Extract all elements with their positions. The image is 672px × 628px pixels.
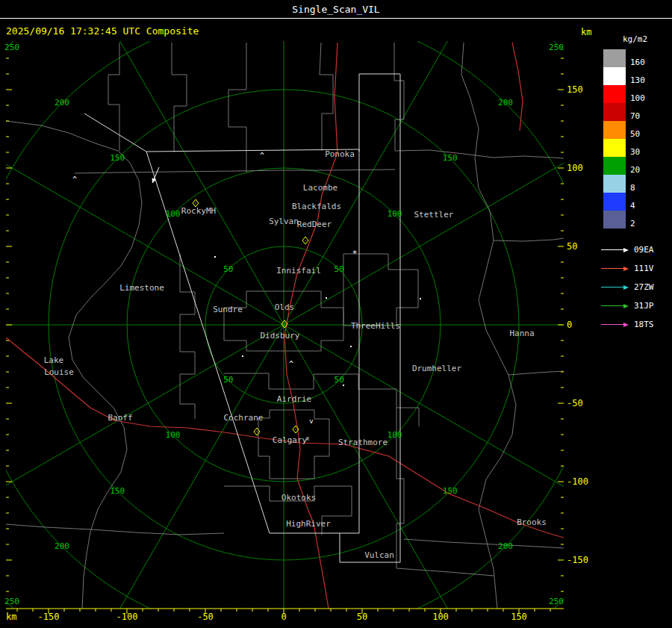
city-label: Hanna bbox=[509, 329, 534, 338]
track-arrow-icon bbox=[601, 304, 631, 308]
county-boundary bbox=[172, 43, 187, 152]
county-boundary bbox=[404, 539, 564, 548]
ring-distance-label: 50 bbox=[223, 264, 233, 274]
ring-distance-label: 200 bbox=[498, 541, 513, 551]
track-id-label: 18TS bbox=[634, 320, 654, 329]
county-boundary bbox=[394, 43, 404, 151]
right-axis-label: 0 bbox=[567, 320, 572, 330]
ring-distance-label: 50 bbox=[335, 375, 344, 385]
city-label: Lake bbox=[44, 355, 64, 365]
colorbar-value: 70 bbox=[630, 111, 640, 121]
county-boundary bbox=[343, 254, 418, 326]
city-label: Innisfail bbox=[276, 266, 321, 276]
colorbar-value: 130 bbox=[630, 75, 645, 85]
city-label: Louise bbox=[44, 367, 74, 377]
colorbar-swatch bbox=[603, 211, 626, 228]
colorbar: 16013010070503020842 bbox=[597, 49, 672, 228]
track-legend-row: 18TS bbox=[597, 315, 672, 334]
colorbar-value: 4 bbox=[630, 201, 635, 211]
colorbar-value: 2 bbox=[630, 219, 635, 228]
colorbar-unit-label: kg/m2 bbox=[623, 34, 672, 44]
bottom-axis-label: -50 bbox=[197, 612, 214, 622]
colorbar-row: 20 bbox=[597, 157, 672, 175]
colorbar-swatch bbox=[603, 103, 626, 121]
city-label: RedDeer bbox=[297, 220, 332, 229]
city-label: Drumheller bbox=[412, 364, 462, 373]
bottom-axis-label: -100 bbox=[116, 612, 138, 622]
county-boundary bbox=[494, 238, 564, 241]
radar-map[interactable]: 5050505010010010010015015015015020020020… bbox=[0, 0, 672, 628]
radial-line bbox=[284, 0, 545, 325]
colorbar-row: 100 bbox=[597, 85, 672, 103]
track-legend-row: 09EA bbox=[597, 240, 672, 259]
highway-line bbox=[512, 43, 523, 131]
ring-distance-label: 100 bbox=[166, 209, 181, 219]
colorbar-row: 4 bbox=[597, 193, 672, 211]
scan-area-outline bbox=[84, 114, 146, 152]
track-id-label: 31JP bbox=[634, 301, 654, 311]
city-label: Blackfalds bbox=[292, 202, 341, 211]
right-axis-label: -50 bbox=[567, 398, 583, 408]
radial-line bbox=[22, 0, 284, 325]
county-boundary bbox=[228, 43, 246, 172]
storm-dot-marker bbox=[343, 385, 344, 386]
radar-site-dot bbox=[284, 324, 285, 325]
county-boundary bbox=[6, 121, 142, 609]
storm-caret-marker: ^ bbox=[72, 175, 77, 184]
track-arrow-icon bbox=[601, 267, 631, 271]
track-legend-row: 31JP bbox=[597, 296, 672, 315]
track-arrow-icon bbox=[601, 323, 631, 327]
county-boundary bbox=[395, 150, 564, 158]
ring-distance-label: 200 bbox=[498, 98, 513, 108]
storm-dot-marker bbox=[350, 346, 352, 347]
storm-dot-marker bbox=[420, 298, 421, 299]
colorbar-row: 50 bbox=[597, 121, 672, 139]
storm-dot-marker bbox=[214, 256, 216, 258]
ring-distance-label: 150 bbox=[443, 153, 458, 163]
storm-asterisk-marker: * bbox=[352, 249, 358, 258]
bottom-axis-label: 100 bbox=[432, 612, 449, 622]
legend-panel: kg/m2 16013010070503020842 09EA111V27ZW3… bbox=[597, 34, 672, 334]
radial-line bbox=[284, 325, 672, 586]
colorbar-row: 8 bbox=[597, 175, 672, 193]
colorbar-value: 20 bbox=[630, 165, 640, 175]
bottom-axis-label: -150 bbox=[38, 612, 60, 622]
ring-distance-label: 250 bbox=[549, 597, 564, 606]
colorbar-value: 100 bbox=[630, 93, 645, 103]
ring-distance-label: 250 bbox=[549, 43, 564, 52]
ring-distance-label: 100 bbox=[388, 209, 402, 219]
colorbar-value: 50 bbox=[630, 129, 640, 139]
storm-v-marker: v bbox=[309, 417, 313, 425]
track-id-label: 09EA bbox=[634, 245, 654, 255]
city-label: Okotoks bbox=[281, 493, 316, 503]
track-id-label: 27ZW bbox=[634, 282, 654, 292]
city-label: Banff bbox=[108, 413, 132, 423]
colorbar-row: 130 bbox=[597, 67, 672, 85]
county-boundary bbox=[6, 524, 224, 535]
city-label: Lacombe bbox=[303, 183, 337, 193]
ring-distance-label: 250 bbox=[4, 597, 19, 606]
colorbar-row: 30 bbox=[597, 139, 672, 157]
county-boundary bbox=[461, 43, 516, 609]
colorbar-swatch bbox=[603, 85, 626, 103]
city-label: Sylvan bbox=[269, 217, 299, 226]
ring-distance-label: 150 bbox=[443, 486, 458, 496]
city-label: Limestone bbox=[119, 283, 164, 293]
city-label: Cochrane bbox=[224, 413, 264, 423]
county-boundary bbox=[75, 170, 395, 173]
storm-dot-marker bbox=[326, 297, 327, 299]
right-axis-label: -100 bbox=[567, 476, 588, 487]
ring-distance-label: 200 bbox=[55, 541, 69, 551]
storm-caret-marker: ^ bbox=[260, 152, 264, 160]
bottom-axis-label: 0 bbox=[281, 612, 286, 622]
city-label: Brooks bbox=[517, 517, 547, 527]
right-axis-label: 100 bbox=[567, 163, 583, 173]
colorbar-value: 160 bbox=[630, 57, 645, 67]
ring-distance-label: 250 bbox=[4, 43, 19, 52]
ring-distance-label: 100 bbox=[388, 430, 402, 440]
scan-area-outline bbox=[340, 74, 400, 562]
city-label: Strathmore bbox=[338, 438, 388, 447]
storm-caret-marker: ^ bbox=[289, 360, 293, 368]
colorbar-row: 70 bbox=[597, 103, 672, 121]
right-axis-label: 150 bbox=[567, 84, 583, 95]
